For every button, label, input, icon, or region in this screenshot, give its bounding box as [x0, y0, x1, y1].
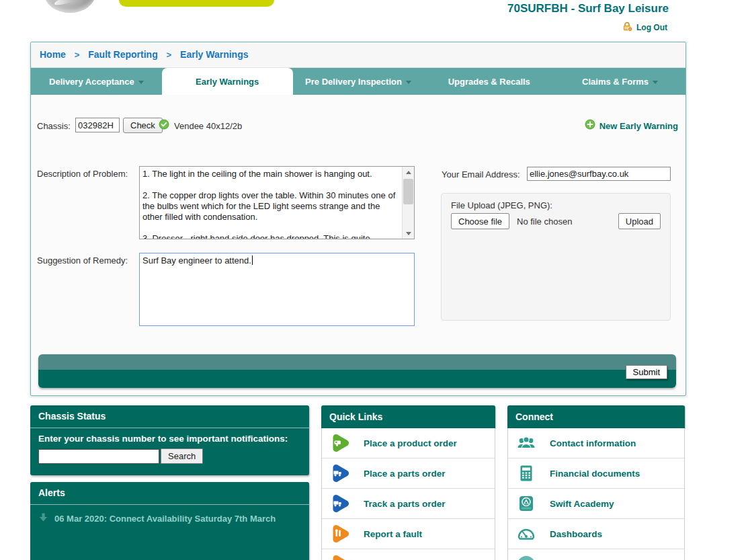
lime-banner-partial	[119, 0, 274, 7]
submit-button[interactable]: Submit	[626, 365, 667, 379]
file-upload-box: File Upload (JPEG, PNG): Choose file No …	[441, 193, 671, 321]
chassis-status-search-button[interactable]: Search	[161, 448, 203, 464]
breadcrumb-early-warnings: Early Warnings	[180, 49, 248, 60]
tab-label: Pre Delivery Inspection	[305, 77, 402, 87]
text-cursor	[252, 255, 253, 265]
new-early-warning-label: New Early Warning	[599, 121, 678, 131]
chassis-status-search-input[interactable]	[38, 449, 159, 464]
green-check-circle-icon	[159, 119, 169, 132]
chevron-down-icon	[653, 81, 658, 84]
panel-title: Quick Links	[321, 405, 495, 428]
tab-label: Claims & Forms	[582, 77, 649, 87]
main-panel: Home > Fault Reporting > Early Warnings …	[30, 42, 686, 396]
caravan-triangle-green-icon	[328, 431, 352, 455]
no-file-chosen-text: No file chosen	[517, 216, 572, 227]
people-icon	[514, 431, 538, 455]
logout-label: Log Out	[636, 23, 667, 32]
quick-link-place-product-order[interactable]: Place a product order	[322, 428, 495, 458]
description-textarea[interactable]: 1. The light in the ceiling of the main …	[139, 166, 415, 239]
alert-text: 06 Mar 2020: Connect Availability Saturd…	[54, 514, 276, 524]
padlock-icon	[622, 21, 633, 34]
email-field[interactable]	[527, 167, 671, 181]
quick-link-label: Place a product order	[364, 438, 457, 448]
breadcrumb-separator: >	[167, 50, 172, 60]
tab-early-warnings[interactable]: Early Warnings	[162, 68, 293, 95]
description-text: 1. The light in the ceiling of the main …	[140, 167, 403, 239]
check-button[interactable]: Check	[123, 118, 163, 133]
submit-bar: Submit	[38, 354, 676, 388]
remedy-text: Surf Bay engineer to attend.	[142, 255, 251, 266]
alerts-panel: Alerts 06 Mar 2020: Connect Availability…	[30, 482, 309, 560]
triangle-orange-partial-icon	[328, 552, 352, 560]
tab-label: Early Warnings	[196, 77, 259, 87]
choose-file-button[interactable]: Choose file	[451, 213, 509, 229]
description-label: Description of Problem:	[37, 169, 128, 179]
tab-delivery-acceptance[interactable]: Delivery Acceptance	[31, 68, 162, 95]
tab-upgrades-recalls[interactable]: Upgrades & Recalls	[423, 68, 554, 95]
logout-link[interactable]: Log Out	[622, 21, 667, 34]
scrollbar-up-arrow[interactable]	[403, 167, 414, 177]
connect-link-label: Contact information	[550, 438, 636, 448]
quick-link-label: Place a parts order	[364, 469, 446, 479]
tab-label: Upgrades & Recalls	[448, 77, 530, 87]
gauge-icon	[514, 522, 538, 546]
email-label: Your Email Address:	[442, 169, 520, 179]
truck-triangle-blue-icon	[328, 461, 352, 485]
truck-triangle-blue-icon	[328, 491, 352, 516]
connect-panel: Connect Contact information	[507, 405, 685, 560]
chassis-input[interactable]	[75, 118, 120, 132]
connect-link-partial[interactable]	[508, 549, 684, 560]
chevron-down-icon	[406, 81, 411, 84]
connect-swift-academy[interactable]: Swift Academy	[508, 489, 684, 519]
connect-link-label: Swift Academy	[550, 499, 614, 509]
dealer-title: 70SURFBH - Surf Bay Leisure	[507, 2, 669, 15]
chassis-model: Vendee 40x12/2b	[174, 121, 242, 131]
tab-label: Delivery Acceptance	[49, 77, 134, 87]
quick-links-panel: Quick Links Place a product order	[321, 405, 495, 560]
panel-title: Connect	[507, 405, 685, 428]
tab-claims-forms[interactable]: Claims & Forms	[554, 68, 685, 95]
down-arrow-icon	[38, 512, 48, 525]
quick-link-place-parts-order[interactable]: Place a parts order	[322, 458, 495, 489]
page: 70SURFBH - Surf Bay Leisure Log Out Home…	[0, 0, 748, 560]
connect-contact-information[interactable]: Contact information	[508, 428, 684, 458]
quick-link-label: Report a fault	[364, 529, 422, 539]
scrollbar-thumb[interactable]	[403, 179, 413, 204]
remedy-label: Suggestion of Remedy:	[37, 255, 128, 266]
chassis-status-panel: Chassis Status Enter your chassis number…	[30, 405, 309, 475]
breadcrumb: Home > Fault Reporting > Early Warnings	[31, 42, 685, 68]
breadcrumb-home[interactable]: Home	[40, 49, 66, 60]
quick-link-track-parts-order[interactable]: Track a parts order	[322, 489, 495, 519]
chassis-status-prompt: Enter your chassis number to see importa…	[38, 434, 288, 444]
quick-link-label: Track a parts order	[364, 499, 446, 509]
connect-link-label: Financial documents	[550, 469, 640, 479]
tools-triangle-orange-icon	[328, 522, 352, 546]
description-scrollbar[interactable]	[402, 167, 414, 239]
remedy-textarea[interactable]: Surf Bay engineer to attend.	[139, 253, 415, 326]
chevron-down-icon	[138, 81, 144, 84]
tab-bar: Delivery Acceptance Early Warnings Pre D…	[31, 68, 685, 95]
file-upload-label: File Upload (JPEG, PNG):	[451, 200, 552, 210]
panel-title: Chassis Status	[30, 405, 309, 428]
connect-financial-documents[interactable]: Financial documents	[508, 458, 684, 489]
early-warning-form: Chassis: Check Vendee 40x12/2b	[31, 95, 685, 395]
alert-item[interactable]: 06 Mar 2020: Connect Availability Saturd…	[38, 512, 276, 525]
breadcrumb-separator: >	[75, 50, 80, 60]
breadcrumb-fault-reporting[interactable]: Fault Reporting	[88, 49, 157, 60]
chassis-label: Chassis:	[37, 121, 71, 131]
upload-button[interactable]: Upload	[618, 213, 661, 229]
tab-pre-delivery-inspection[interactable]: Pre Delivery Inspection	[293, 68, 424, 95]
calculator-icon	[514, 461, 538, 485]
connect-link-label: Dashboards	[550, 529, 602, 539]
connect-dashboards[interactable]: Dashboards	[508, 519, 684, 549]
quick-link-report-fault[interactable]: Report a fault	[322, 519, 495, 549]
green-plus-circle-icon	[585, 119, 595, 132]
quick-link-partial[interactable]	[322, 549, 495, 560]
circle-partial-icon	[514, 552, 538, 560]
academy-badge-icon	[514, 491, 538, 516]
new-early-warning-link[interactable]: New Early Warning	[585, 119, 678, 132]
panel-title: Alerts	[30, 482, 309, 505]
scrollbar-down-arrow[interactable]	[403, 228, 414, 239]
